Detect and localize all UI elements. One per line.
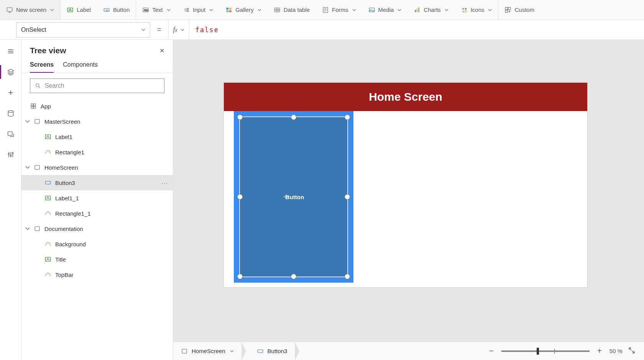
tree-node-button3[interactable]: Button3 ···: [21, 175, 173, 190]
icons-icon: [461, 7, 468, 13]
rail-media[interactable]: [2, 126, 19, 142]
sliders-icon: [7, 151, 15, 159]
layers-icon: [7, 68, 15, 76]
rectangle-node-icon: [44, 149, 51, 155]
rail-insert[interactable]: [2, 84, 19, 101]
breadcrumb-screen[interactable]: HomeScreen: [173, 342, 242, 360]
tree-node-rectangle1-1[interactable]: Rectangle1_1: [21, 206, 173, 221]
svg-rect-9: [226, 10, 228, 12]
button-button[interactable]: Button: [97, 0, 136, 20]
tree-node-background[interactable]: Background: [21, 236, 173, 252]
fit-to-screen-button[interactable]: [628, 347, 636, 355]
label-node-icon: [44, 133, 51, 140]
chevron-down-icon: [25, 226, 30, 231]
expand-icon: [628, 347, 636, 354]
svg-rect-21: [506, 7, 508, 10]
tree-node-documentation[interactable]: Documentation: [21, 221, 173, 236]
tree-node-topbar[interactable]: TopBar: [21, 267, 173, 282]
tree-search-input[interactable]: Search: [30, 79, 164, 93]
screen-node-icon: [34, 118, 41, 125]
equals-sign: =: [150, 26, 168, 34]
input-menu[interactable]: Input: [177, 0, 219, 20]
breadcrumb-control[interactable]: Button3: [249, 342, 295, 360]
search-icon: [35, 83, 41, 89]
svg-text:Abc: Abc: [144, 9, 149, 11]
tree-node-homescreen[interactable]: HomeScreen: [21, 160, 173, 175]
tree-node-label1-1[interactable]: Label1_1: [21, 190, 173, 206]
text-menu[interactable]: Abc Text: [136, 0, 177, 20]
media-menu[interactable]: Media: [362, 0, 408, 20]
chevron-down-icon: [398, 8, 401, 12]
button-node-icon: [44, 179, 51, 186]
media-icon: [368, 7, 375, 13]
tree-node-app[interactable]: App: [21, 98, 173, 114]
text-icon: Abc: [142, 7, 149, 13]
svg-rect-7: [226, 8, 228, 10]
tree-view-close[interactable]: ✕: [159, 47, 164, 54]
svg-point-26: [8, 153, 9, 154]
tree-node-label1[interactable]: Label1: [21, 129, 173, 144]
svg-rect-41: [182, 349, 187, 353]
fx-button[interactable]: fx: [168, 20, 189, 39]
tree-view-title: Tree view: [30, 46, 66, 55]
svg-rect-16: [417, 8, 418, 12]
rail-settings[interactable]: [2, 146, 19, 163]
property-dropdown[interactable]: OnSelect: [16, 22, 150, 38]
design-canvas[interactable]: Home Screen Button: [173, 40, 644, 360]
canvas-title-bar[interactable]: Home Screen: [224, 83, 587, 111]
rectangle-node-icon: [44, 210, 51, 217]
formula-input[interactable]: false: [189, 26, 644, 34]
button-node-icon: [257, 348, 264, 355]
custom-button[interactable]: Custom: [498, 0, 540, 20]
zoom-value: 50 %: [610, 348, 623, 354]
tree-node-title[interactable]: Title: [21, 252, 173, 267]
resize-handle-ml[interactable]: [237, 194, 243, 200]
svg-rect-13: [369, 8, 375, 12]
screen-node-icon: [34, 164, 41, 171]
zoom-in-button[interactable]: +: [595, 347, 604, 355]
resize-handle-br[interactable]: [345, 274, 350, 279]
forms-icon: [322, 7, 329, 13]
tab-components[interactable]: Components: [63, 61, 98, 73]
resize-handle-tl[interactable]: [237, 115, 243, 120]
chevron-down-icon: [181, 28, 184, 32]
tree-node-more[interactable]: ···: [161, 180, 168, 186]
resize-handle-tm[interactable]: [291, 115, 296, 120]
charts-menu[interactable]: Charts: [407, 0, 454, 20]
chevron-down-icon: [167, 8, 171, 12]
canvas-selected-button3[interactable]: Button: [234, 111, 353, 283]
zoom-slider[interactable]: [501, 350, 590, 352]
label-button[interactable]: Label: [61, 0, 97, 20]
zoom-out-button[interactable]: −: [487, 347, 496, 355]
plus-icon: [7, 89, 15, 97]
gallery-menu[interactable]: Gallery: [219, 0, 268, 20]
svg-rect-23: [506, 10, 508, 12]
resize-handle-mr[interactable]: [345, 194, 350, 200]
insert-ribbon: New screen Label Button Abc Text Input G…: [0, 0, 644, 20]
button-icon: [103, 7, 110, 13]
rail-hamburger[interactable]: [2, 43, 19, 60]
rail-data[interactable]: [2, 105, 19, 122]
resize-handle-bm[interactable]: [291, 274, 296, 279]
svg-rect-42: [258, 350, 263, 353]
tree-node-rectangle1[interactable]: Rectangle1: [21, 144, 173, 160]
canvas-screen-homescreen[interactable]: Home Screen Button: [224, 83, 587, 287]
chevron-down-icon: [258, 8, 261, 12]
new-screen-label: New screen: [16, 7, 46, 13]
svg-rect-31: [34, 104, 36, 106]
label-icon: [67, 7, 74, 13]
tree-node-masterscreen[interactable]: MasterScreen: [21, 114, 173, 129]
tab-screens[interactable]: Screens: [30, 61, 54, 73]
forms-menu[interactable]: Forms: [316, 0, 362, 20]
canvas-status-bar: HomeScreen Button3 − + 50 %: [173, 342, 644, 360]
gallery-icon: [225, 7, 232, 13]
resize-handle-bl[interactable]: [237, 274, 243, 279]
resize-handle-tr[interactable]: [345, 115, 350, 120]
data-table-button[interactable]: Data table: [268, 0, 316, 20]
icons-menu[interactable]: Icons: [455, 0, 498, 20]
rail-tree-view[interactable]: [2, 64, 19, 80]
svg-rect-34: [35, 119, 39, 124]
new-screen-button[interactable]: New screen: [0, 0, 60, 20]
screen-node-icon: [181, 348, 188, 355]
screen-icon: [6, 7, 13, 13]
